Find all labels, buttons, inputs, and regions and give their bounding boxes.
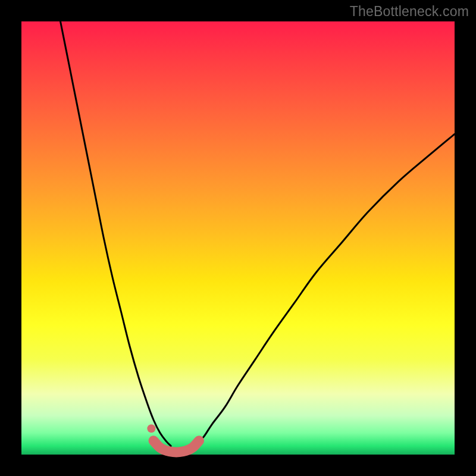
chart-frame: TheBottleneck.com — [0, 0, 476, 476]
watermark-text: TheBottleneck.com — [350, 4, 469, 20]
plot-area — [21, 21, 455, 455]
svg-point-0 — [147, 424, 155, 433]
bottleneck-curve — [21, 21, 455, 455]
